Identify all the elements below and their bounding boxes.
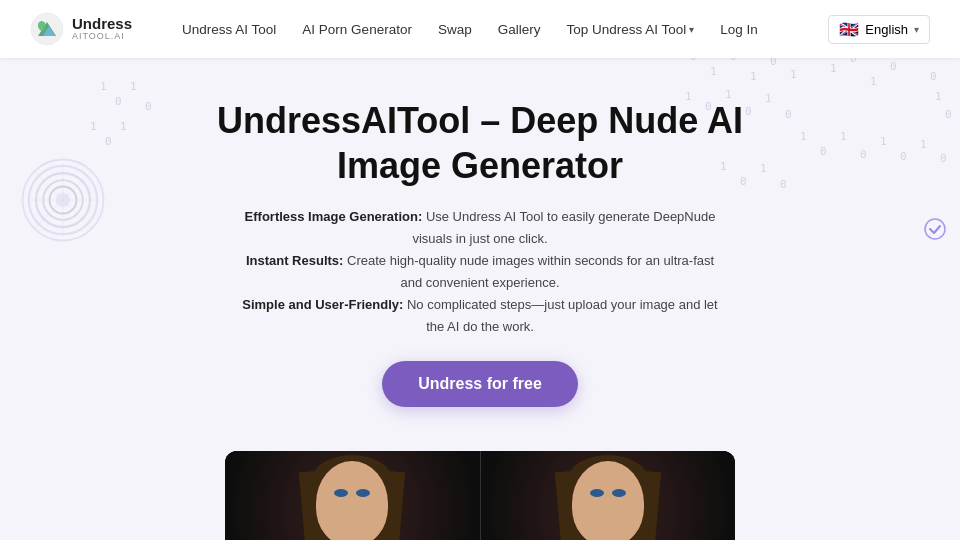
nav-ai-porn-generator[interactable]: AI Porn Generator: [292, 16, 422, 43]
logo-sub-text: AITOOL.AI: [72, 32, 132, 42]
logo-main-text: Undress: [72, 16, 132, 33]
demo-images-container: [225, 451, 735, 540]
language-label: English: [865, 22, 908, 37]
demo-image-after: [481, 451, 736, 540]
nav-top-undress[interactable]: Top Undress AI Tool ▾: [556, 16, 704, 43]
hero-title: UndressAITool – Deep Nude AI Image Gener…: [180, 98, 780, 188]
hero-desc-text-2: Create high-quality nude images within s…: [347, 253, 714, 290]
portrait-after: [481, 451, 736, 540]
demo-image-before: [225, 451, 481, 540]
nav-gallery[interactable]: Gallery: [488, 16, 551, 43]
nav-right: 🇬🇧 English ▾: [828, 15, 930, 44]
flag-icon: 🇬🇧: [839, 20, 859, 39]
portrait-before: [225, 451, 480, 540]
undress-cta-button[interactable]: Undress for free: [382, 361, 578, 407]
nav-links: Undress AI Tool AI Porn Generator Swap G…: [172, 16, 828, 43]
navbar: Undress AITOOL.AI Undress AI Tool AI Por…: [0, 0, 960, 58]
hero-section: UndressAITool – Deep Nude AI Image Gener…: [0, 58, 960, 427]
hero-desc-bold-2: Instant Results:: [246, 253, 344, 268]
demo-section: [0, 451, 960, 540]
logo-text: Undress AITOOL.AI: [72, 16, 132, 42]
hero-desc-text-3: No complicated steps—just upload your im…: [407, 297, 718, 334]
lang-chevron-icon: ▾: [914, 24, 919, 35]
nav-login[interactable]: Log In: [710, 16, 768, 43]
logo[interactable]: Undress AITOOL.AI: [30, 12, 132, 46]
hero-desc-bold-3: Simple and User-Friendly:: [242, 297, 403, 312]
language-selector[interactable]: 🇬🇧 English ▾: [828, 15, 930, 44]
nav-swap[interactable]: Swap: [428, 16, 482, 43]
nav-undress-ai-tool[interactable]: Undress AI Tool: [172, 16, 286, 43]
hero-desc-text-1: Use Undress AI Tool to easily generate D…: [412, 209, 715, 246]
hero-description: Effortless Image Generation: Use Undress…: [240, 206, 720, 339]
hero-desc-bold-1: Effortless Image Generation:: [245, 209, 423, 224]
logo-icon: [30, 12, 64, 46]
chevron-down-icon: ▾: [689, 24, 694, 35]
